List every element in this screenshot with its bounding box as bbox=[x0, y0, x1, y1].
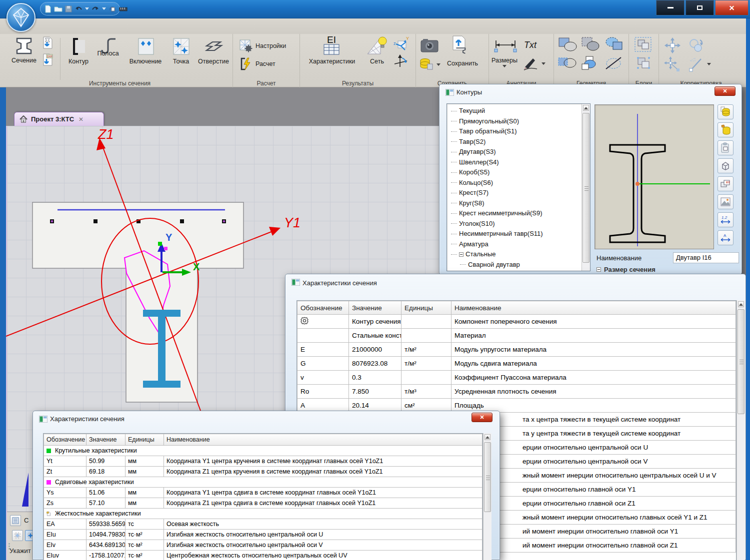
geometry-split-button[interactable] bbox=[603, 55, 624, 72]
import-contour-button[interactable] bbox=[40, 36, 55, 51]
adjust-rotate-button[interactable] bbox=[687, 37, 704, 54]
tree-scroll-thumb[interactable] bbox=[582, 113, 590, 263]
xy-view-button[interactable]: XY bbox=[718, 176, 734, 191]
snap-grid-button[interactable] bbox=[12, 530, 23, 541]
scroll-up-icon[interactable] bbox=[583, 105, 589, 111]
contour-tree-item[interactable]: Несимметричный тавр(S11) bbox=[447, 229, 590, 239]
contour-button[interactable]: Контур bbox=[65, 37, 92, 65]
characteristics-button[interactable]: EI Характеристики bbox=[303, 35, 361, 65]
adjust-line-button[interactable] bbox=[687, 56, 704, 73]
contour-tree-item[interactable]: Крест несимметричный(S9) bbox=[447, 208, 590, 219]
tree-scrollbar[interactable] bbox=[582, 104, 590, 271]
view-3d-button[interactable] bbox=[718, 158, 734, 173]
copy-contour-button[interactable] bbox=[718, 140, 734, 155]
axes-zy-button[interactable]: zY bbox=[393, 37, 409, 52]
contour-tree-item[interactable]: Короб(S5) bbox=[447, 167, 590, 178]
table-row[interactable]: Ro7.850т/м³Усредненная плотность сечения bbox=[298, 385, 736, 399]
characteristics-close-button[interactable]: ✕ bbox=[472, 413, 492, 422]
table-row[interactable]: Zs57.10ммКоордината Z1 центра сдвига в с… bbox=[44, 498, 482, 509]
image-export-button[interactable] bbox=[718, 194, 734, 209]
section-header-row[interactable]: Крутильные характеристики bbox=[44, 446, 482, 456]
adjust-move-node-button[interactable] bbox=[664, 56, 681, 73]
adjust-dropdown-arrow-icon[interactable] bbox=[707, 63, 711, 65]
geometry-union-button[interactable] bbox=[557, 36, 578, 53]
maximize-button[interactable] bbox=[686, 0, 714, 15]
contour-tree-item[interactable]: Крест(S7) bbox=[447, 188, 590, 198]
import-dxf-button[interactable]: DXF bbox=[40, 53, 55, 68]
table-row[interactable]: Zt69.18ммКоордината Z1 центра кручения в… bbox=[44, 467, 482, 477]
expander-icon[interactable] bbox=[459, 252, 464, 257]
document-tab[interactable]: Проект 3:КТС ✕ bbox=[14, 112, 104, 126]
minimize-button[interactable] bbox=[656, 0, 684, 15]
save-db-button[interactable] bbox=[419, 58, 440, 71]
table-row[interactable]: Контур сеченияКомпонент поперечного сече… bbox=[298, 315, 736, 329]
calc-button[interactable]: Расчет bbox=[239, 57, 276, 71]
undo-button[interactable] bbox=[74, 4, 82, 13]
contour-tree-item[interactable]: Стальные bbox=[447, 249, 590, 260]
mesh-button[interactable]: Сеть bbox=[363, 35, 391, 65]
open-folder-button[interactable] bbox=[54, 4, 62, 13]
dimensions-letter-button[interactable]: A bbox=[718, 230, 734, 245]
hole-button[interactable]: Отверстие bbox=[195, 37, 232, 65]
characteristics-scrollbar[interactable] bbox=[483, 433, 492, 560]
block-edit-button[interactable] bbox=[634, 55, 654, 72]
point-button[interactable]: Точка bbox=[168, 37, 194, 65]
table-row[interactable]: EIu10494.798302тс·м²Изгибная жесткость о… bbox=[44, 530, 482, 540]
block-create-button[interactable] bbox=[634, 36, 654, 53]
undo-dropdown-arrow-icon[interactable] bbox=[85, 7, 89, 10]
contour-tree-item[interactable]: Тавр обратный(S1) bbox=[447, 126, 590, 137]
contour-tree-item[interactable]: Тавр(S2) bbox=[447, 137, 590, 147]
close-button[interactable]: ✕ bbox=[715, 0, 748, 15]
save-to-db-button[interactable] bbox=[718, 122, 734, 137]
txt-button[interactable]: Txt bbox=[524, 40, 536, 50]
contour-tree-item[interactable]: Кольцо(S6) bbox=[447, 178, 590, 188]
table-row[interactable]: EIuv-1758.102071тс·м²Центробежная жестко… bbox=[44, 551, 482, 560]
redo-button[interactable] bbox=[92, 4, 100, 13]
contour-tree-item[interactable]: Текущий bbox=[447, 106, 590, 116]
properties-list-button[interactable] bbox=[10, 515, 21, 526]
scroll-thumb[interactable] bbox=[738, 309, 744, 414]
section-button[interactable]: Сечение bbox=[10, 35, 38, 64]
dimensions-numeric-button[interactable]: 1.2 bbox=[718, 212, 734, 227]
size-section-row[interactable]: Размер сечения bbox=[596, 266, 656, 273]
table-row[interactable]: EIv6434.689130тс·м²Изгибная жесткость от… bbox=[44, 540, 482, 551]
geometry-intersect-button[interactable] bbox=[603, 36, 624, 53]
table-row[interactable]: Ys51.06ммКоордината Y1 центра сдвига в с… bbox=[44, 488, 482, 498]
contour-tree-item[interactable]: Швеллер(S4) bbox=[447, 157, 590, 168]
adjust-move-button[interactable] bbox=[664, 37, 681, 54]
collapse-icon[interactable] bbox=[596, 267, 601, 272]
dimensions-icon-button[interactable] bbox=[492, 38, 519, 53]
snap-points-button[interactable] bbox=[25, 530, 33, 541]
contour-tree-item[interactable]: Двутавр(S3) bbox=[447, 147, 590, 157]
table-row[interactable]: EA559338.56591тсОсевая жесткость bbox=[44, 519, 482, 530]
table-row[interactable]: E21000000т/м²Модуль упругости материала bbox=[298, 343, 736, 357]
save-label[interactable]: Сохранить bbox=[447, 60, 478, 67]
axes-cross-button[interactable] bbox=[393, 54, 409, 69]
section-header-row[interactable]: Жесткостные характеристики bbox=[44, 509, 482, 519]
document-tab-close-icon[interactable]: ✕ bbox=[78, 116, 84, 123]
app-logo-button[interactable] bbox=[6, 3, 36, 32]
contour-tree-item[interactable]: Сварной двутавр bbox=[447, 260, 590, 270]
table-row[interactable]: v0.3Коэффициент Пуассона материала bbox=[298, 371, 736, 385]
save-section-button[interactable] bbox=[449, 35, 472, 56]
geometry-trim-button[interactable] bbox=[557, 55, 578, 72]
new-document-button[interactable] bbox=[44, 4, 52, 13]
measure-ruler-button[interactable] bbox=[119, 4, 128, 13]
snapshot-button[interactable] bbox=[420, 38, 439, 53]
update-model-button[interactable] bbox=[108, 4, 116, 13]
strip-button[interactable]: Полоса bbox=[94, 37, 122, 57]
table-row[interactable]: Yt50.99ммКоордината Y1 центра кручения в… bbox=[44, 456, 482, 467]
scroll-thumb[interactable] bbox=[484, 442, 491, 512]
contour-tree-item[interactable]: Круг(S8) bbox=[447, 198, 590, 209]
section-header-row[interactable]: Сдвиговые характеристики bbox=[44, 477, 482, 488]
save-button[interactable] bbox=[65, 4, 72, 13]
properties-scrollbar[interactable] bbox=[736, 300, 745, 560]
name-value-field[interactable]: Двутавр I16 bbox=[673, 252, 739, 263]
contour-tree-item[interactable]: Арматура bbox=[447, 239, 590, 250]
table-row[interactable]: Стальные конструкцииМатериал bbox=[298, 329, 736, 343]
table-row[interactable]: G8076923.08т/м²Модуль сдвига материала bbox=[298, 357, 736, 371]
dimensions-button[interactable]: Размеры bbox=[489, 56, 520, 67]
table-header-row[interactable]: Обозначение Значение Единицы Наименовани… bbox=[298, 301, 736, 315]
geometry-subtract-button[interactable] bbox=[580, 36, 601, 53]
scroll-up-icon[interactable] bbox=[738, 301, 744, 307]
